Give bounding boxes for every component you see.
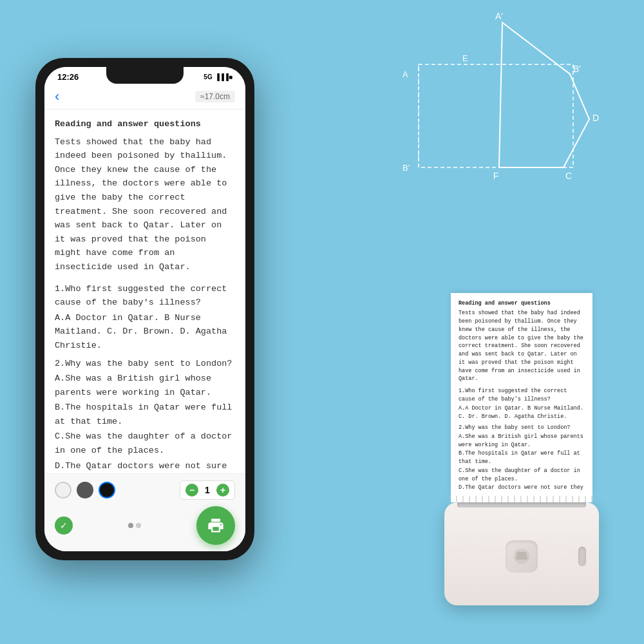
- geometry-diagram: A' B' D C F A B' E: [399, 13, 605, 193]
- paper-q2-b: B.The hospitals in Qatar were full at th…: [459, 450, 585, 466]
- point-a-label: A: [402, 70, 408, 79]
- paper-title: Reading and answer questions: [459, 299, 585, 308]
- page-indicators: [128, 523, 141, 528]
- question-1-options: A.A Doctor in Qatar. B Nurse Maitland. C…: [55, 311, 235, 353]
- question-1: 1.Who first suggested the correct cause …: [55, 282, 235, 310]
- point-d-label: D: [592, 113, 599, 123]
- printer-body[interactable]: [444, 502, 599, 605]
- battery-indicator: ▐▐▐■: [215, 73, 232, 80]
- paper-q1-opt-a: A.A Doctor in Qatar. B Nurse Maitland.: [459, 404, 585, 413]
- signal-indicator: 5G: [204, 73, 212, 80]
- status-time: 12:26: [57, 72, 79, 82]
- paper-q2-c: C.She was the daughter of a doctor in on…: [459, 467, 585, 484]
- point-c-label: C: [565, 171, 572, 181]
- phone-action-row: ✓: [55, 506, 235, 545]
- paper-q2: 2.Why was the baby sent to London?: [459, 424, 585, 432]
- color-selector[interactable]: [55, 482, 115, 498]
- phone-container: 12:26 5G ▐▐▐■ ‹ ≈17.0cm Reading and answ…: [35, 58, 254, 560]
- paper-q1: 1.Who first suggested the correct cause …: [459, 387, 585, 404]
- printer-logo: [506, 540, 538, 573]
- phone-bottom-controls: − 1 + ✓: [44, 473, 245, 551]
- confirm-button[interactable]: ✓: [55, 516, 73, 535]
- question-2: 2.Why was the baby sent to London?: [55, 357, 235, 371]
- color-quantity-row: − 1 +: [55, 480, 235, 500]
- print-icon: [207, 516, 225, 535]
- paper-q2-d: D.The Qatar doctors were not sure they: [459, 484, 585, 492]
- status-icons: 5G ▐▐▐■: [204, 73, 232, 80]
- color-dot-black[interactable]: [99, 482, 115, 498]
- content-title: Reading and answer questions: [55, 117, 235, 131]
- phone-body: 12:26 5G ▐▐▐■ ‹ ≈17.0cm Reading and answ…: [35, 58, 254, 560]
- content-paragraph: Tests showed that the baby had indeed be…: [55, 135, 235, 274]
- point-b-label: B': [402, 163, 410, 173]
- svg-marker-1: [499, 23, 589, 167]
- point-e-label: E: [462, 53, 468, 63]
- page-dot-1: [128, 523, 133, 528]
- paper-perforation: [451, 496, 592, 502]
- paper-q2-a: A.She was a British girl whose parents w…: [459, 433, 585, 450]
- color-dot-white[interactable]: [55, 482, 71, 498]
- paper-q1-opt-b: C. Dr. Brown. D. Agatha Christie.: [459, 413, 585, 421]
- printer-logo-icon: [512, 547, 531, 566]
- svg-rect-0: [419, 64, 573, 167]
- quantity-decrease-button[interactable]: −: [185, 484, 198, 497]
- question-2-d: D.The Qatar doctors were not sure they: [55, 459, 235, 473]
- back-button[interactable]: ‹: [55, 88, 59, 105]
- printer-paper: Reading and answer questions Tests showe…: [451, 293, 592, 497]
- phone-header[interactable]: ‹ ≈17.0cm: [44, 84, 245, 109]
- question-2-a: A.She was a British girl whose parents w…: [55, 372, 235, 399]
- phone-notch: [106, 67, 184, 84]
- quantity-increase-button[interactable]: +: [216, 484, 229, 497]
- phone-content: Reading and answer questions Tests showe…: [44, 109, 245, 473]
- printer-power-button[interactable]: [578, 547, 586, 566]
- point-f-label: F: [493, 171, 499, 181]
- quantity-value: 1: [202, 485, 213, 495]
- question-2-b: B.The hospitals in Qatar were full at th…: [55, 401, 235, 428]
- printer-container: Reading and answer questions Tests showe…: [431, 293, 612, 606]
- printer-front-face: [444, 507, 599, 605]
- point-a-prime-label: A': [495, 11, 503, 21]
- page-dot-2: [136, 523, 141, 528]
- paper-paragraph: Tests showed that the baby had indeed be…: [459, 309, 585, 383]
- printer-paper-slot: [457, 502, 586, 507]
- phone-screen: 12:26 5G ▐▐▐■ ‹ ≈17.0cm Reading and answ…: [44, 67, 245, 551]
- print-button[interactable]: [196, 506, 235, 545]
- color-dot-dark-gray[interactable]: [77, 482, 93, 498]
- question-2-c: C.She was the daughter of a doctor in on…: [55, 430, 235, 457]
- ruler-indicator: ≈17.0cm: [195, 91, 235, 102]
- point-b-prime-label: B': [573, 64, 581, 74]
- quantity-control[interactable]: − 1 +: [180, 480, 235, 500]
